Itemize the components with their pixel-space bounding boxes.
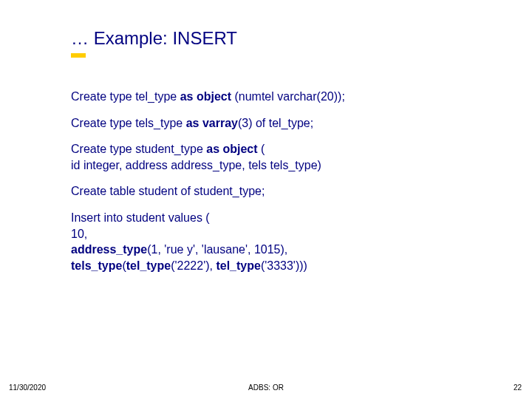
slide-body: Create type tel_type as object (numtel v…	[71, 89, 502, 284]
slide-title: … Example: INSERT	[71, 28, 237, 49]
footer-page-number: 22	[514, 383, 522, 392]
title-accent-bar	[71, 53, 86, 58]
code-statement: Create type tels_type as varray(3) of te…	[71, 115, 502, 132]
code-statement: Create type tel_type as object (numtel v…	[71, 89, 502, 105]
code-statement: Insert into student values (10,address_t…	[71, 210, 502, 273]
code-statement: Create table student of student_type;	[71, 183, 502, 200]
code-statement: Create type student_type as object (id i…	[71, 141, 502, 173]
footer-center: ADBS: OR	[0, 383, 532, 392]
